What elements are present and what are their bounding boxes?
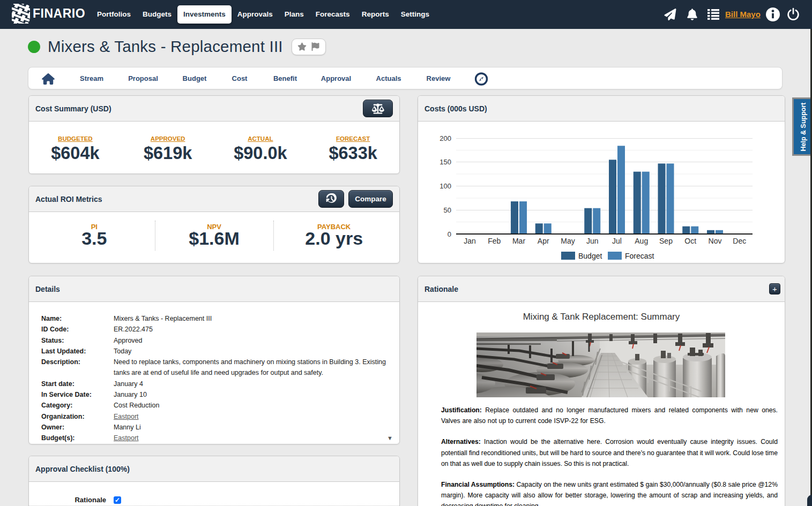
svg-text:Oct: Oct [684,237,696,245]
svg-text:Dec: Dec [733,237,746,245]
svg-text:May: May [561,237,575,245]
svg-text:Jun: Jun [586,237,599,245]
svg-text:Nov: Nov [709,237,722,245]
svg-text:Aug: Aug [635,237,648,245]
svg-text:Budget: Budget [578,252,602,260]
svg-text:150: 150 [439,158,451,166]
svg-text:Forecast: Forecast [625,252,654,260]
svg-text:Jan: Jan [464,237,476,245]
svg-text:Feb: Feb [488,237,501,245]
svg-text:Mar: Mar [512,237,525,245]
svg-text:0: 0 [448,230,451,238]
svg-text:Apr: Apr [538,237,549,245]
svg-text:50: 50 [444,206,451,214]
svg-text:200: 200 [439,134,451,142]
svg-text:100: 100 [439,182,451,190]
svg-text:Sep: Sep [659,237,673,245]
svg-text:Jul: Jul [612,237,622,245]
